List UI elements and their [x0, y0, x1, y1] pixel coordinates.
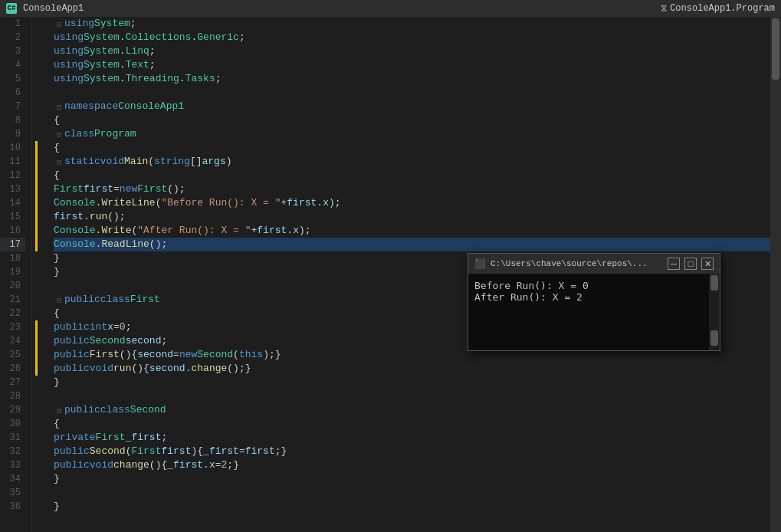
line-number-29: 29: [0, 403, 25, 417]
margin-line-28: [32, 389, 48, 403]
code-line-8: {: [54, 113, 770, 127]
code-line-12: {: [54, 169, 770, 182]
line-number-2: 2: [0, 31, 25, 44]
margin-line-4: [32, 58, 48, 72]
line-number-10: 10: [0, 141, 25, 155]
breadcrumb-icon: ⧖: [661, 3, 667, 14]
breadcrumb: ⧖ ConsoleApp1.Program: [661, 3, 775, 14]
margin-line-23: [32, 320, 48, 334]
code-line-13: First first = new First();: [54, 182, 770, 196]
app-icon: C#: [6, 3, 17, 14]
margin-line-36: [32, 500, 48, 514]
code-line-34: }: [54, 472, 770, 486]
console-body: Before Run(): X = 0 After Run(): X = 2: [468, 274, 720, 350]
code-line-17: Console.ReadLine();: [54, 238, 770, 251]
line-number-30: 30: [0, 417, 25, 431]
margin-line-32: [32, 445, 48, 458]
code-line-9: ⊟ class Program: [54, 127, 770, 141]
line-number-7: 7: [0, 100, 25, 113]
margin-line-30: [32, 417, 48, 431]
margin-line-15: [32, 210, 48, 224]
app-title: ConsoleApp1: [23, 3, 655, 14]
console-line2: After Run(): X = 2: [474, 291, 714, 303]
margin-line-19: [32, 265, 48, 279]
console-titlebar: ⬛ C:\Users\chave\source\repos\... ─ □ ✕: [468, 254, 720, 274]
code-line-3: using System.Linq;: [54, 44, 770, 58]
margin-line-6: [32, 86, 48, 100]
code-line-16: Console.Write("After Run(): X = " + firs…: [54, 224, 770, 238]
line-number-16: 16: [0, 224, 25, 238]
margin-line-11: [32, 155, 48, 169]
scrollbar[interactable]: [770, 17, 781, 532]
margin-line-21: [32, 293, 48, 307]
margin-line-25: [32, 348, 48, 362]
line-number-4: 4: [0, 58, 25, 72]
console-scrollbar-thumb-top[interactable]: [710, 275, 718, 291]
line-number-17: 17: [0, 238, 25, 251]
margin-line-3: [32, 44, 48, 58]
scrollbar-thumb[interactable]: [772, 18, 779, 80]
margin-line-14: [32, 196, 48, 210]
line-number-12: 12: [0, 169, 25, 182]
margin-line-7: [32, 100, 48, 113]
line-number-22: 22: [0, 307, 25, 320]
margin-line-13: [32, 182, 48, 196]
margin-line-17: [32, 238, 48, 251]
code-line-31: private First _first;: [54, 431, 770, 445]
line-number-28: 28: [0, 389, 25, 403]
line-number-14: 14: [0, 196, 25, 210]
console-minimize-button[interactable]: ─: [668, 258, 680, 270]
line-number-35: 35: [0, 486, 25, 500]
line-number-23: 23: [0, 320, 25, 334]
console-close-button[interactable]: ✕: [701, 258, 714, 270]
line-number-11: 11: [0, 155, 25, 169]
line-number-24: 24: [0, 334, 25, 348]
line-number-21: 21: [0, 293, 25, 307]
line-number-34: 34: [0, 472, 25, 486]
console-scrollbar[interactable]: [709, 274, 720, 350]
margin-line-26: [32, 362, 48, 376]
code-line-29: ⊟ public class Second: [54, 403, 770, 417]
console-scrollbar-thumb-bottom[interactable]: [710, 330, 718, 346]
line-number-25: 25: [0, 348, 25, 362]
margin-line-16: [32, 224, 48, 238]
line-number-9: 9: [0, 127, 25, 141]
console-icon: ⬛: [474, 258, 486, 270]
line-number-20: 20: [0, 279, 25, 293]
line-number-3: 3: [0, 44, 25, 58]
margin-line-8: [32, 113, 48, 127]
code-line-36: }: [54, 500, 770, 514]
console-maximize-button[interactable]: □: [684, 258, 697, 270]
code-line-6: [54, 86, 770, 100]
code-line-15: first.run();: [54, 210, 770, 224]
code-line-33: public void change() { _first.x = 2; }: [54, 458, 770, 472]
code-line-5: using System.Threading.Tasks;: [54, 72, 770, 86]
margin-line-33: [32, 458, 48, 472]
margin-line-18: [32, 251, 48, 265]
code-line-27: }: [54, 376, 770, 389]
margin-line-9: [32, 127, 48, 141]
margin-area: [32, 17, 48, 532]
code-line-1: ⊟using System;: [54, 17, 770, 31]
line-numbers: 1234567891011121314151617181920212223242…: [0, 17, 32, 532]
code-line-4: using System.Text;: [54, 58, 770, 72]
line-number-32: 32: [0, 445, 25, 458]
breadcrumb-text: ConsoleApp1.Program: [670, 3, 775, 14]
margin-line-34: [32, 472, 48, 486]
code-line-14: Console.WriteLine("Before Run(): X = " +…: [54, 196, 770, 210]
line-number-5: 5: [0, 72, 25, 86]
margin-line-22: [32, 307, 48, 320]
line-number-18: 18: [0, 251, 25, 265]
code-line-28: [54, 389, 770, 403]
line-number-36: 36: [0, 500, 25, 514]
title-bar: C# ConsoleApp1 ⧖ ConsoleApp1.Program: [0, 0, 781, 17]
margin-line-27: [32, 376, 48, 389]
code-line-10: {: [54, 141, 770, 155]
console-title: C:\Users\chave\source\repos\...: [491, 259, 663, 268]
code-line-35: [54, 486, 770, 500]
code-line-2: using System.Collections.Generic;: [54, 31, 770, 44]
line-number-31: 31: [0, 431, 25, 445]
console-window: ⬛ C:\Users\chave\source\repos\... ─ □ ✕ …: [468, 253, 720, 351]
line-number-33: 33: [0, 458, 25, 472]
code-line-30: {: [54, 417, 770, 431]
